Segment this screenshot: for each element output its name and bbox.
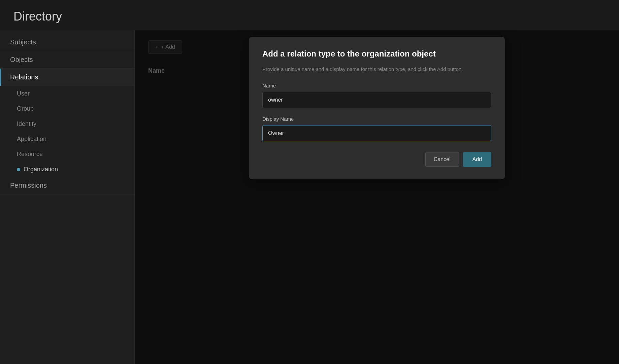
display-name-label: Display Name: [262, 116, 491, 122]
sidebar-item-application[interactable]: Application: [0, 132, 134, 147]
sidebar-item-subjects[interactable]: Subjects: [0, 34, 134, 51]
sidebar-item-permissions[interactable]: Permissions: [0, 177, 134, 194]
header: Directory: [0, 0, 619, 30]
modal-actions: Cancel Add: [262, 152, 491, 167]
modal-add-button[interactable]: Add: [463, 152, 491, 167]
sidebar-item-relations[interactable]: Relations: [0, 69, 134, 86]
name-label: Name: [262, 83, 491, 88]
sidebar-item-identity[interactable]: Identity: [0, 116, 134, 132]
cancel-button[interactable]: Cancel: [425, 152, 459, 167]
name-form-group: Name: [262, 83, 491, 108]
modal-overlay: Add a relation type to the organization …: [135, 30, 619, 364]
main-layout: Subjects Objects Relations User Group Id…: [0, 30, 619, 364]
modal-description: Provide a unique name and a display name…: [262, 65, 491, 73]
modal-title: Add a relation type to the organization …: [262, 49, 491, 59]
display-name-form-group: Display Name: [262, 116, 491, 141]
sidebar-item-resource[interactable]: Resource: [0, 147, 134, 162]
name-input[interactable]: [262, 92, 491, 108]
content-area: + + Add Name Add a relation type to the …: [135, 30, 619, 364]
modal-dialog: Add a relation type to the organization …: [249, 37, 505, 179]
sidebar-item-group[interactable]: Group: [0, 101, 134, 116]
sidebar: Subjects Objects Relations User Group Id…: [0, 30, 135, 364]
sidebar-item-objects[interactable]: Objects: [0, 51, 134, 69]
active-dot-icon: [17, 168, 20, 171]
display-name-input[interactable]: [262, 125, 491, 141]
sidebar-item-user[interactable]: User: [0, 86, 134, 101]
page-title: Directory: [13, 9, 606, 24]
sidebar-item-organization[interactable]: Organization: [0, 162, 134, 177]
